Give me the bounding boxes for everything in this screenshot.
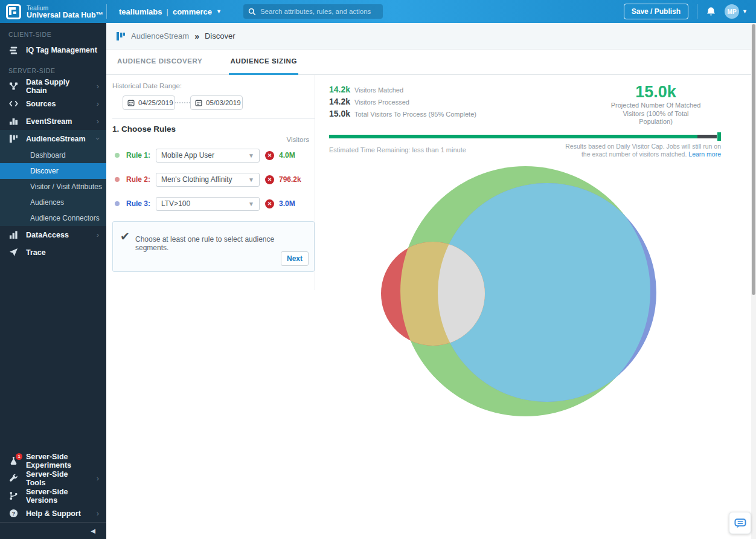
sidebar-item-label: iQ Tag Management	[26, 46, 97, 54]
chat-bubble-icon	[734, 517, 747, 529]
chevron-down-icon: ▼	[742, 9, 748, 15]
sidebar-item-label: Help & Support	[26, 509, 81, 518]
date-range-label: Historical Date Range:	[112, 82, 182, 89]
rule1-remove-button[interactable]: ✕	[265, 151, 274, 160]
iq-tag-management-icon	[8, 46, 19, 55]
profile-name: commerce	[173, 7, 212, 16]
sidebar-item-label: EventStream	[26, 117, 72, 126]
sidebar-item-audiencestream[interactable]: AudienceStream ›	[0, 130, 106, 147]
tab-audience-discovery[interactable]: AUDIENCE DISCOVERY	[116, 57, 203, 75]
sidebar-item-label: Data Supply Chain	[26, 78, 89, 95]
chevron-down-icon: ▼	[216, 9, 222, 15]
help-icon: ?	[8, 509, 19, 518]
sidebar-item-server-side-versions[interactable]: Server-Side Versions	[0, 487, 106, 505]
breadcrumb-parent[interactable]: AudienceStream	[131, 31, 189, 40]
sidebar-subitem-visitor-visit-attributes[interactable]: Visitor / Visit Attributes	[0, 179, 106, 195]
rule2-select[interactable]: Men's Clothing Affinity ▼	[156, 173, 260, 187]
rule3-selected-value: LTV>100	[161, 199, 190, 208]
brand-line2: Universal Data Hub™	[27, 11, 103, 19]
avatar: MP	[725, 4, 739, 19]
brand-text: Tealium Universal Data Hub™	[27, 4, 103, 19]
rule3-select[interactable]: LTV>100 ▼	[156, 197, 260, 211]
sidebar-item-server-side-tools[interactable]: Server-Side Tools ›	[0, 470, 106, 487]
divider	[112, 118, 315, 119]
topbar-divider	[106, 4, 107, 19]
rule1-selected-value: Mobile App User	[161, 151, 214, 160]
chevron-right-icon: ›	[97, 474, 99, 483]
trace-paper-plane-icon	[8, 248, 19, 257]
chat-support-button[interactable]	[729, 512, 751, 534]
top-bar: Tealium Universal Data Hub™ tealiumlabs …	[0, 0, 756, 23]
chevron-right-icon: ›	[97, 509, 99, 518]
date-start-value: 04/25/2019	[138, 99, 173, 106]
chevron-right-icon: ›	[97, 99, 99, 108]
rule3-label: Rule 3:	[126, 199, 150, 208]
tealium-logo-icon	[6, 4, 21, 19]
sidebar: CLIENT-SIDE iQ Tag Management SERVER-SID…	[0, 23, 106, 539]
sidebar-item-eventstream[interactable]: EventStream ›	[0, 112, 106, 130]
breadcrumb-current: Discover	[205, 31, 235, 40]
audiencestream-group: AudienceStream › Dashboard Discover Visi…	[0, 130, 106, 226]
date-start-input[interactable]: 04/25/2019	[123, 95, 175, 110]
brand: Tealium Universal Data Hub™	[0, 0, 106, 23]
rule1-select[interactable]: Mobile App User ▼	[156, 149, 260, 163]
sidebar-item-label: Server-Side Experiments	[26, 453, 99, 470]
chevron-right-icon: ›	[97, 82, 99, 91]
sidebar-item-iq-tag-management[interactable]: iQ Tag Management	[0, 41, 106, 59]
rule2-dot	[115, 177, 120, 182]
collapse-left-icon: ◀	[91, 528, 95, 534]
sidebar-subitem-audience-connectors[interactable]: Audience Connectors	[0, 210, 106, 226]
notifications-bell-icon[interactable]	[706, 7, 716, 17]
sidebar-subitem-dashboard[interactable]: Dashboard	[0, 147, 106, 163]
check-icon: ✔	[120, 230, 130, 244]
sidebar-item-sources[interactable]: Sources ›	[0, 95, 106, 112]
content: Historical Date Range: 04/25/2019 05/03/…	[106, 75, 756, 539]
rule-row-3: Rule 3: LTV>100 ▼ ✕ 3.0M	[112, 196, 315, 211]
scrollbar-track	[751, 23, 756, 539]
venn-diagram	[329, 75, 721, 462]
tools-wrench-icon	[8, 474, 19, 483]
sidebar-item-label: Server-Side Tools	[26, 470, 89, 487]
rule3-remove-button[interactable]: ✕	[265, 199, 274, 208]
account-separator: |	[167, 7, 168, 16]
rule1-dot	[115, 153, 120, 158]
sidebar-item-help-support[interactable]: ? Help & Support ›	[0, 505, 106, 522]
sidebar-collapse-button[interactable]: ◀	[0, 522, 106, 539]
breadcrumb: AudienceStream » Discover	[106, 23, 756, 50]
scrollbar-thumb[interactable]	[752, 24, 755, 295]
sizing-results-panel: 14.2k Visitors Matched 14.2k Visitors Pr…	[329, 75, 721, 539]
audiencestream-icon	[8, 134, 19, 143]
rule3-dot	[115, 201, 120, 206]
global-search[interactable]	[243, 4, 383, 19]
next-button[interactable]: Next	[281, 251, 309, 266]
sidebar-item-label: Sources	[26, 100, 56, 108]
sidebar-item-data-supply-chain[interactable]: Data Supply Chain ›	[0, 77, 106, 95]
notice-box: ✔ Choose at least one rule to select aud…	[112, 221, 315, 272]
sidebar-item-label: Trace	[26, 248, 46, 257]
sidebar-item-server-side-experiments[interactable]: 1 Server-Side Experiments	[0, 452, 106, 470]
experiments-badge: 1	[16, 453, 22, 460]
sidebar-item-label: AudienceStream	[26, 135, 86, 143]
sidebar-item-trace[interactable]: Trace	[0, 244, 106, 261]
sidebar-item-dataaccess[interactable]: DataAccess ›	[0, 226, 106, 244]
notice-text: Choose at least one rule to select audie…	[135, 235, 304, 252]
rule1-label: Rule 1:	[126, 151, 150, 160]
date-range-connector	[175, 102, 190, 103]
data-supply-chain-icon	[8, 82, 19, 91]
svg-text:?: ?	[12, 511, 15, 517]
date-end-input[interactable]: 05/03/2019	[190, 95, 243, 110]
chevron-down-icon: ▼	[248, 201, 254, 207]
account-switcher[interactable]: tealiumlabs | commerce ▼	[119, 7, 222, 16]
rule-row-1: Rule 1: Mobile App User ▼ ✕ 4.0M	[112, 148, 315, 163]
user-menu[interactable]: MP ▼	[725, 4, 748, 19]
sidebar-subitem-discover[interactable]: Discover	[0, 163, 106, 179]
sidebar-item-label: DataAccess	[26, 231, 69, 239]
tab-audience-sizing[interactable]: AUDIENCE SIZING	[229, 57, 298, 75]
rule2-remove-button[interactable]: ✕	[265, 175, 274, 184]
save-publish-button[interactable]: Save / Publish	[624, 4, 688, 19]
server-side-section-label: SERVER-SIDE	[0, 64, 106, 77]
search-input[interactable]	[260, 8, 378, 15]
sidebar-subitem-audiences[interactable]: Audiences	[0, 195, 106, 210]
rule1-visitors: 4.0M	[279, 151, 295, 160]
rule2-visitors: 796.2k	[279, 175, 301, 184]
